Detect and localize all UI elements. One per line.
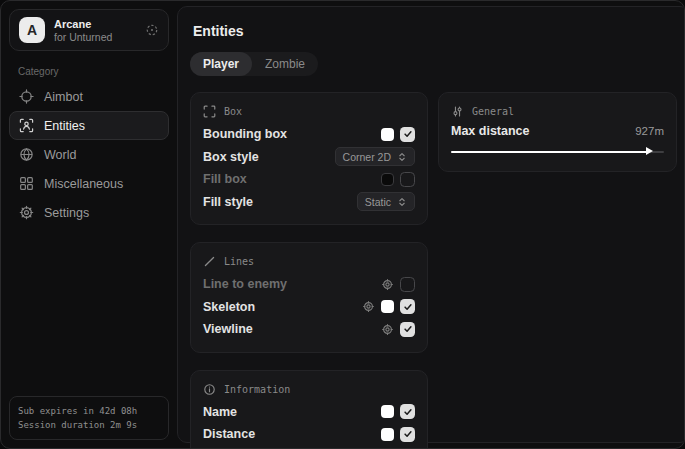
checkbox-checked[interactable]: [400, 427, 415, 442]
dropdown-value: Static: [365, 196, 391, 208]
row-settings-gear-icon[interactable]: [381, 278, 394, 291]
sidebar-item-entities[interactable]: Entities: [9, 111, 169, 140]
slider-thumb-arrow-icon[interactable]: [646, 147, 653, 155]
grid-icon: [19, 176, 34, 191]
max-distance-row: Max distance 927m: [451, 124, 664, 138]
box-panel-header: Box: [203, 105, 415, 118]
sidebar-item-world[interactable]: World: [9, 140, 169, 169]
panel-title: General: [472, 106, 514, 117]
color-swatch[interactable]: [381, 128, 394, 141]
session-duration-text: Session duration 2m 9s: [18, 418, 160, 432]
max-distance-slider[interactable]: [451, 146, 664, 157]
sidebar-item-label: Entities: [44, 119, 85, 133]
row-settings-gear-icon[interactable]: [362, 300, 375, 313]
general-panel-header: General: [451, 105, 664, 118]
setting-row-name: Name: [203, 401, 415, 424]
information-panel: Information Name Distance: [190, 370, 428, 449]
diagonal-line-icon: [203, 255, 216, 268]
category-label: Category: [18, 66, 169, 77]
check-icon: [403, 302, 413, 312]
chevron-up-down-icon: [397, 152, 407, 162]
tab-zombie[interactable]: Zombie: [252, 52, 318, 76]
setting-label: Name: [203, 405, 237, 419]
sidebar-item-label: Settings: [44, 206, 89, 220]
subscription-status: Sub expires in 42d 08h Session duration …: [9, 396, 169, 440]
dropdown-value: Corner 2D: [343, 151, 391, 163]
panel-title: Box: [224, 106, 242, 117]
chevron-up-down-icon: [397, 197, 407, 207]
page-title: Entities: [193, 23, 677, 39]
checkbox-checked[interactable]: [400, 127, 415, 142]
check-icon: [403, 407, 413, 417]
lines-panel: Lines Line to enemy Skeleton: [190, 242, 428, 353]
setting-row-bounding-box: Bounding box: [203, 123, 415, 146]
color-swatch[interactable]: [381, 405, 394, 418]
setting-label: Bounding box: [203, 127, 287, 141]
setting-label: Viewline: [203, 322, 253, 336]
setting-label: Fill box: [203, 172, 247, 186]
main-content: Entities Player Zombie Box Bounding box: [177, 6, 685, 443]
sidebar-item-label: Miscellaneous: [44, 177, 123, 191]
gear-icon: [19, 205, 34, 220]
info-circle-icon: [203, 383, 216, 396]
setting-label: Box style: [203, 150, 259, 164]
setting-row-box-style: Box style Corner 2D: [203, 146, 415, 169]
check-icon: [403, 129, 413, 139]
crosshair-icon: [19, 89, 34, 104]
setting-label: Skeleton: [203, 300, 255, 314]
globe-icon: [19, 147, 34, 162]
check-icon: [403, 429, 413, 439]
app-logo: A: [19, 17, 45, 43]
app-title-block: Arcane for Unturned: [54, 18, 112, 43]
checkbox-unchecked[interactable]: [400, 172, 415, 187]
setting-row-viewline: Viewline: [203, 318, 415, 341]
sub-expiry-text: Sub expires in 42d 08h: [18, 404, 160, 418]
entity-tabs: Player Zombie: [190, 52, 318, 76]
sidebar-item-label: Aimbot: [44, 90, 83, 104]
panel-title: Lines: [224, 256, 254, 267]
row-settings-gear-icon[interactable]: [381, 323, 394, 336]
sidebar-nav: Aimbot Entities World Miscellaneous: [9, 82, 169, 227]
entity-scan-icon: [19, 118, 34, 133]
sidebar-item-label: World: [44, 148, 76, 162]
box-panel: Box Bounding box Box style: [190, 92, 428, 225]
slider-fill: [451, 151, 649, 153]
app-window: A Arcane for Unturned Category Aimbot: [0, 0, 685, 449]
setting-row-fill-box: Fill box: [203, 168, 415, 191]
scan-brackets-icon: [203, 105, 216, 118]
setting-label: Distance: [203, 427, 255, 441]
setting-row-line-to-enemy: Line to enemy: [203, 273, 415, 296]
fill-style-dropdown[interactable]: Static: [357, 192, 415, 211]
sliders-icon: [451, 105, 464, 118]
setting-row-skeleton: Skeleton: [203, 296, 415, 319]
app-logo-card: A Arcane for Unturned: [9, 9, 169, 51]
app-name: Arcane: [54, 18, 112, 30]
information-panel-header: Information: [203, 383, 415, 396]
sidebar: A Arcane for Unturned Category Aimbot: [1, 1, 177, 448]
checkbox-checked[interactable]: [400, 404, 415, 419]
color-swatch[interactable]: [381, 173, 394, 186]
lines-panel-header: Lines: [203, 255, 415, 268]
setting-row-fill-style: Fill style Static: [203, 191, 415, 214]
general-panel: General Max distance 927m: [438, 92, 677, 172]
slider-label: Max distance: [451, 124, 530, 138]
app-subtitle: for Unturned: [54, 31, 112, 43]
tab-player[interactable]: Player: [190, 52, 252, 76]
spinner-icon[interactable]: [145, 23, 159, 37]
setting-row-distance: Distance: [203, 423, 415, 446]
color-swatch[interactable]: [381, 300, 394, 313]
checkbox-checked[interactable]: [400, 299, 415, 314]
check-icon: [403, 324, 413, 334]
box-style-dropdown[interactable]: Corner 2D: [335, 147, 415, 166]
checkbox-unchecked[interactable]: [400, 277, 415, 292]
checkbox-checked[interactable]: [400, 322, 415, 337]
color-swatch[interactable]: [381, 428, 394, 441]
setting-label: Line to enemy: [203, 277, 287, 291]
slider-value: 927m: [635, 125, 664, 137]
sidebar-item-miscellaneous[interactable]: Miscellaneous: [9, 169, 169, 198]
panel-title: Information: [224, 384, 290, 395]
sidebar-item-aimbot[interactable]: Aimbot: [9, 82, 169, 111]
setting-label: Fill style: [203, 195, 253, 209]
sidebar-item-settings[interactable]: Settings: [9, 198, 169, 227]
